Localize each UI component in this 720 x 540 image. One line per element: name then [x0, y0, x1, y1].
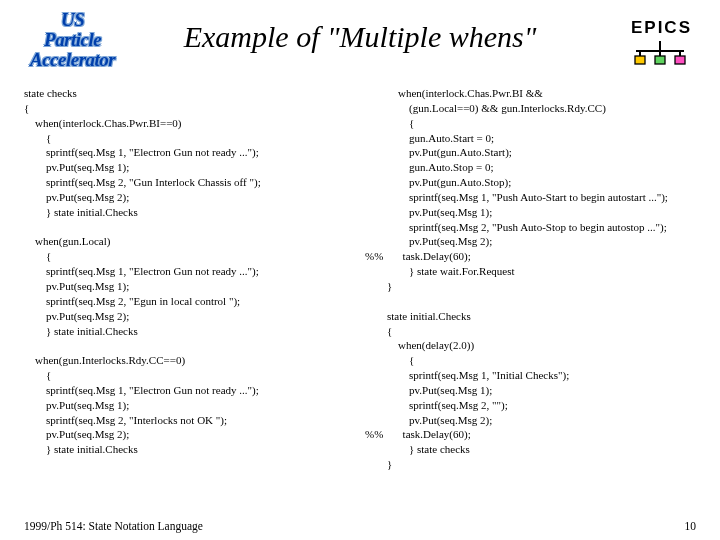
- brand-text: EPICS: [631, 18, 692, 38]
- epics-icon: [631, 41, 692, 67]
- code-content: state checks { when(interlock.Chas.Pwr.B…: [24, 86, 696, 510]
- code-left-column: state checks { when(interlock.Chas.Pwr.B…: [24, 86, 355, 510]
- code-right-column: when(interlock.Chas.Pwr.BI && (gun.Local…: [365, 86, 696, 510]
- page-number: 10: [685, 520, 697, 532]
- logo-line-3: Accelerator: [30, 50, 115, 70]
- footer-text: 1999/Ph 514: State Notation Language: [24, 520, 203, 532]
- brand-block: EPICS: [631, 18, 692, 67]
- logo-line-1: US: [30, 10, 115, 30]
- logo-left: US Particle Accelerator: [30, 10, 115, 70]
- page-title: Example of "Multiple whens": [184, 20, 537, 54]
- footer: 1999/Ph 514: State Notation Language 10: [24, 520, 696, 532]
- svg-rect-7: [675, 56, 685, 64]
- svg-rect-6: [655, 56, 665, 64]
- logo-line-2: Particle: [30, 30, 115, 50]
- svg-rect-5: [635, 56, 645, 64]
